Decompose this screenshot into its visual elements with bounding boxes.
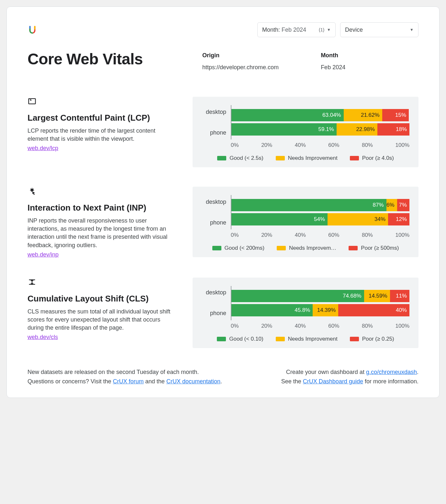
bar-segment-poor: 11% xyxy=(390,290,409,302)
axis-tick: 100% xyxy=(396,232,409,238)
legend-item-needs: Needs Improvement xyxy=(276,336,338,342)
bar-row-label: phone xyxy=(202,216,226,229)
crux-docs-link[interactable]: CrUX documentation xyxy=(166,378,220,385)
legend-swatch xyxy=(217,337,226,341)
cls-icon xyxy=(28,278,176,288)
bar-row: 54%34%12% xyxy=(231,213,409,225)
axis-tick: 80% xyxy=(362,323,373,329)
header-row: Core Web Vitals Origin https://developer… xyxy=(28,50,418,71)
chart-lcp: desktopphone63.04%21.62%15%59.1%22.98%18… xyxy=(193,97,418,167)
origin-label: Origin xyxy=(202,52,279,59)
origin-block: Origin https://developer.chrome.com xyxy=(202,52,279,71)
footer-right: Create your own dashboard at g.co/chrome… xyxy=(281,367,418,386)
metric-link-inp[interactable]: web.dev/inp xyxy=(28,251,59,258)
legend-label: Good (< 0.10) xyxy=(229,336,263,342)
legend-label: Needs Improvement xyxy=(288,155,338,161)
metric-row-cls: Cumulative Layout Shift (CLS) CLS measur… xyxy=(28,278,418,348)
bar-segment-poor: 7% xyxy=(397,199,410,211)
footer-q: Questions or concerns? Visit the xyxy=(28,378,113,385)
chart-cls: desktopphone74.68%14.59%11%45.8%14.39%40… xyxy=(193,278,418,348)
legend-item-needs: Needs Improvem… xyxy=(277,245,336,251)
bar-row-label: phone xyxy=(202,126,226,139)
legend-swatch xyxy=(276,156,285,160)
chart-inp: desktopphone87%6%7%54%34%12%0%20%40%60%8… xyxy=(193,187,418,257)
bar-segment-good: 59.1% xyxy=(231,123,337,136)
x-axis: 0%20%40%60%80%100% xyxy=(231,142,409,148)
bar-row: 45.8%14.39%40% xyxy=(231,304,409,316)
metric-info-lcp: Largest Contentful Paint (LCP) LCP repor… xyxy=(28,97,176,152)
crux-logo-icon xyxy=(28,25,37,35)
bar-segment-poor: 18% xyxy=(377,123,409,136)
legend-label: Poor (≥ 0.25) xyxy=(362,336,394,342)
legend-item-needs: Needs Improvement xyxy=(276,155,338,161)
legend-label: Good (< 2.5s) xyxy=(229,155,263,161)
legend-item-good: Good (< 2.5s) xyxy=(217,155,263,161)
month-value: Feb 2024 xyxy=(321,64,345,71)
axis-tick: 100% xyxy=(396,142,409,148)
axis-tick: 100% xyxy=(396,323,409,329)
axis-tick: 80% xyxy=(362,142,373,148)
metric-info-cls: Cumulative Layout Shift (CLS) CLS measur… xyxy=(28,278,176,341)
axis-tick: 60% xyxy=(328,142,339,148)
bar-segment-needs: 14.59% xyxy=(364,290,390,302)
device-selector[interactable]: Device ▼ xyxy=(340,22,418,37)
bar-segment-good: 87% xyxy=(231,199,386,211)
footer: New datasets are released on the second … xyxy=(28,367,418,386)
metric-link-cls[interactable]: web.dev/cls xyxy=(28,334,58,340)
x-axis: 0%20%40%60%80%100% xyxy=(231,232,409,238)
bar-row-label: desktop xyxy=(202,196,226,208)
axis-tick: 60% xyxy=(328,232,339,238)
footer-left: New datasets are released on the second … xyxy=(28,367,222,386)
dashboard-card: Month: Feb 2024 (1) ▼ Device ▼ Core Web … xyxy=(6,6,440,398)
month-selector[interactable]: Month: Feb 2024 (1) ▼ xyxy=(257,22,336,37)
device-selector-label: Device xyxy=(345,27,363,33)
bar-row: 74.68%14.59%11% xyxy=(231,290,409,302)
bar-segment-needs: 22.98% xyxy=(337,123,377,136)
metric-link-lcp[interactable]: web.dev/lcp xyxy=(28,145,58,151)
axis-tick: 0% xyxy=(231,232,239,238)
legend-label: Needs Improvem… xyxy=(289,245,336,251)
legend-swatch xyxy=(212,246,221,250)
caret-down-icon: ▼ xyxy=(410,27,414,32)
bar-row-label: desktop xyxy=(202,106,226,118)
metric-info-inp: Interaction to Next Paint (INP) INP repo… xyxy=(28,187,176,258)
legend-swatch xyxy=(349,246,358,250)
bar-segment-poor: 12% xyxy=(388,213,409,225)
crux-forum-link[interactable]: CrUX forum xyxy=(113,378,144,385)
bar-segment-needs: 14.39% xyxy=(313,304,338,316)
inp-icon xyxy=(28,187,176,197)
axis-tick: 80% xyxy=(362,232,373,238)
bar-segment-needs: 6% xyxy=(386,199,397,211)
legend-label: Poor (≥ 500ms) xyxy=(361,245,399,251)
bar-segment-poor: 15% xyxy=(382,109,409,121)
legend-label: Good (< 200ms) xyxy=(225,245,264,251)
legend-swatch xyxy=(217,156,226,160)
legend-label: Poor (≥ 4.0s) xyxy=(362,155,394,161)
month-label: Month xyxy=(321,52,345,59)
bar-segment-good: 63.04% xyxy=(231,109,344,121)
month-selector-count: (1) xyxy=(319,27,324,32)
metric-row-inp: Interaction to Next Paint (INP) INP repo… xyxy=(28,187,418,258)
metric-desc: CLS measures the sum total of all indivi… xyxy=(28,308,176,332)
axis-tick: 40% xyxy=(295,232,306,238)
legend-swatch xyxy=(276,337,285,341)
legend: Good (< 0.10) Needs Improvement Poor (≥ … xyxy=(202,336,409,342)
month-selector-value: Feb 2024 xyxy=(280,27,306,33)
chromeuxdash-link[interactable]: g.co/chromeuxdash xyxy=(366,369,417,375)
metric-desc: INP reports the overall responsiveness t… xyxy=(28,217,176,249)
legend-item-poor: Poor (≥ 0.25) xyxy=(350,336,394,342)
axis-tick: 0% xyxy=(231,323,239,329)
month-block: Month Feb 2024 xyxy=(321,52,345,71)
bar-row: 59.1%22.98%18% xyxy=(231,123,409,136)
svg-rect-0 xyxy=(29,99,36,104)
legend-swatch xyxy=(277,246,286,250)
topbar: Month: Feb 2024 (1) ▼ Device ▼ xyxy=(28,22,418,37)
footer-line1: New datasets are released on the second … xyxy=(28,367,222,377)
bar-segment-needs: 21.62% xyxy=(344,109,382,121)
metric-title: Interaction to Next Paint (INP) xyxy=(28,203,176,213)
dashboard-guide-link[interactable]: CrUX Dashboard guide xyxy=(303,378,363,385)
bar-segment-good: 54% xyxy=(231,213,328,225)
metric-row-lcp: Largest Contentful Paint (LCP) LCP repor… xyxy=(28,97,418,167)
axis-tick: 40% xyxy=(295,142,306,148)
bar-segment-good: 45.8% xyxy=(231,304,313,316)
